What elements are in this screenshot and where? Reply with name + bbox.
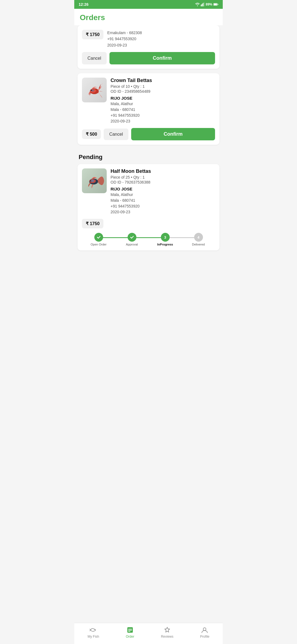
profile-icon [201, 626, 208, 634]
reviews-icon [164, 626, 171, 634]
svg-point-17 [91, 181, 91, 181]
card1-confirm-button[interactable]: Confirm [109, 52, 215, 64]
card2-bottom: ₹ 500 Cancel Confirm [82, 128, 215, 140]
svg-point-16 [90, 180, 91, 181]
progress-step-open-order: Open Order [82, 233, 115, 246]
card3-price-row: ₹ 1750 [82, 219, 215, 228]
progress-circle-3: 3 [161, 233, 170, 242]
card1-price: ₹ 1750 [82, 30, 103, 39]
card3-fish-name: Half Moon Bettas [111, 168, 215, 174]
pending-section-label: Pending [78, 149, 219, 164]
svg-rect-21 [128, 630, 132, 631]
card2-fish-image [82, 78, 107, 102]
card3-top: Half Moon Bettas Piece of 25 • Qty : 1 O… [82, 168, 215, 215]
progress-label-4: Delivered [192, 243, 205, 246]
card2-confirm-button[interactable]: Confirm [131, 128, 215, 140]
progress-label-2: Approval [126, 243, 138, 246]
nav-item-profile[interactable]: Profile [196, 625, 214, 640]
svg-rect-2 [202, 4, 202, 6]
card3-info: Half Moon Bettas Piece of 25 • Qty : 1 O… [111, 168, 215, 215]
svg-rect-20 [128, 629, 132, 629]
bottom-navigation: My Fish Order Reviews Prof [74, 623, 223, 644]
progress-circle-2 [128, 233, 136, 242]
card3-fish-image [82, 168, 107, 193]
nav-label-reviews: Reviews [161, 635, 173, 638]
card2-od-id: OD ID - 234958654489 [111, 89, 215, 94]
nav-item-my-fish[interactable]: My Fish [83, 625, 103, 640]
card1-left: ₹ 1750 [82, 30, 103, 39]
nav-label-my-fish: My Fish [87, 635, 99, 638]
order-card-2: Crown Tail Bettas Piece of 10 • Qty : 1 … [78, 73, 219, 145]
progress-label-3: InProgress [157, 243, 173, 246]
card2-top: Crown Tail Bettas Piece of 10 • Qty : 1 … [82, 78, 215, 124]
card1-cancel-button[interactable]: Cancel [82, 52, 107, 64]
nav-label-order: Order [126, 635, 134, 638]
order-card-3: Half Moon Bettas Piece of 25 • Qty : 1 O… [78, 164, 219, 250]
svg-point-0 [197, 6, 198, 6]
progress-circle-4: 4 [194, 233, 203, 242]
card2-fish-name: Crown Tail Bettas [111, 78, 215, 83]
svg-point-18 [94, 629, 95, 630]
content-area: ₹ 1750 Ernakulam - 682308 +91 9447553920… [74, 25, 223, 280]
battery-icon [213, 3, 218, 6]
card2-buyer-name: RIJO JOSE [111, 96, 215, 100]
page-title: Orders [74, 9, 223, 25]
svg-rect-3 [203, 3, 204, 6]
status-icons: 89% [195, 2, 218, 6]
card2-info: Crown Tail Bettas Piece of 10 • Qty : 1 … [111, 78, 215, 124]
card2-price: ₹ 500 [82, 129, 101, 139]
card1-buttons: Cancel Confirm [82, 52, 215, 64]
svg-rect-4 [204, 2, 204, 6]
order-progress-tracker: Open Order Approval 3 InProgress 4 Deliv… [82, 233, 215, 246]
svg-point-24 [203, 628, 206, 631]
progress-step-approval: Approval [115, 233, 148, 246]
card3-price: ₹ 1750 [82, 219, 103, 228]
signal-icon [201, 2, 205, 6]
svg-rect-7 [214, 4, 217, 5]
card2-address: Mala, Alathur Mala - 680741 +91 94475539… [111, 101, 215, 124]
card3-address: Mala, Alathur Mala - 680741 +91 94475539… [111, 192, 215, 215]
progress-step-inprogress: 3 InProgress [148, 233, 182, 246]
svg-rect-1 [201, 5, 202, 6]
nav-item-order[interactable]: Order [121, 625, 139, 640]
card2-cancel-button[interactable]: Cancel [104, 129, 128, 140]
progress-circle-1 [94, 233, 103, 242]
svg-rect-6 [218, 4, 218, 5]
nav-item-reviews[interactable]: Reviews [156, 625, 178, 640]
status-bar: 12:26 89% [74, 0, 223, 9]
svg-marker-23 [165, 627, 170, 632]
card3-meta: Piece of 25 • Qty : 1 [111, 175, 215, 179]
progress-step-delivered: 4 Delivered [182, 233, 215, 246]
status-time: 12:26 [79, 2, 89, 7]
card3-buyer-name: RIJO JOSE [111, 187, 215, 191]
battery-text: 89% [206, 2, 212, 6]
svg-rect-22 [128, 631, 130, 632]
progress-label-1: Open Order [90, 243, 106, 246]
card1-info: Ernakulam - 682308 +91 9447553920 2020-0… [107, 30, 215, 48]
my-fish-icon [90, 626, 97, 634]
card3-od-id: OD ID - 792637536388 [111, 180, 215, 184]
wifi-icon [195, 2, 200, 6]
card1-address: Ernakulam - 682308 +91 9447553920 2020-0… [107, 30, 215, 48]
card1-top: ₹ 1750 Ernakulam - 682308 +91 9447553920… [82, 30, 215, 48]
order-card-1: ₹ 1750 Ernakulam - 682308 +91 9447553920… [78, 25, 219, 69]
nav-label-profile: Profile [200, 635, 209, 638]
card2-meta: Piece of 10 • Qty : 1 [111, 84, 215, 89]
order-icon [127, 626, 134, 634]
svg-point-11 [91, 90, 92, 91]
svg-point-12 [91, 90, 92, 90]
